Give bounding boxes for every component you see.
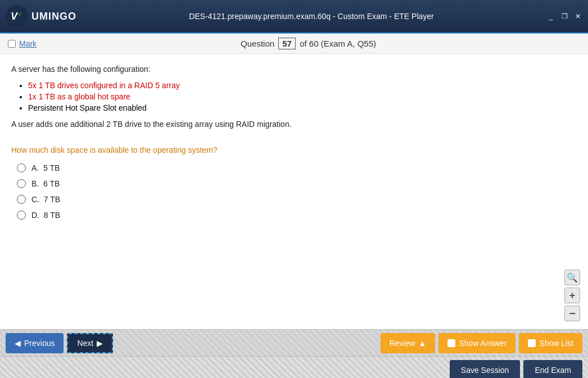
question-intro: A server has the following configuration… xyxy=(11,63,577,75)
question-additional: A user adds one additional 2 TB drive to… xyxy=(11,118,577,130)
review-button[interactable]: Review ▲ xyxy=(381,333,436,353)
show-list-label: Show List xyxy=(539,339,573,348)
show-answer-icon xyxy=(447,339,455,347)
next-button[interactable]: Next ▶ xyxy=(67,333,113,353)
show-list-icon xyxy=(528,339,536,347)
question-number-area: Question 57 of 60 (Exam A, Q55) xyxy=(37,38,580,49)
save-session-button[interactable]: Save Session xyxy=(450,360,521,379)
zoom-in-button[interactable]: + xyxy=(564,288,580,303)
option-d-label: D. 8 TB xyxy=(31,211,60,220)
question-header: Mark Question 57 of 60 (Exam A, Q55) xyxy=(0,34,588,54)
content-area: A server has the following configuration… xyxy=(0,54,588,329)
bullet-highlight-2: 1x 1 TB as a global hot spare xyxy=(28,92,130,101)
mark-checkbox[interactable] xyxy=(8,40,16,48)
logo-text: UMINGO xyxy=(31,11,76,22)
save-session-label: Save Session xyxy=(461,366,509,375)
bullet-text-3: Persistent Hot Spare Slot enabled xyxy=(28,103,147,112)
minimize-button[interactable]: _ xyxy=(546,12,555,20)
question-label: Question xyxy=(241,39,274,48)
radio-d[interactable] xyxy=(17,211,26,220)
next-label: Next xyxy=(77,339,93,348)
restore-button[interactable]: ❐ xyxy=(560,12,569,20)
end-exam-label: End Exam xyxy=(535,366,571,375)
option-d[interactable]: D. 8 TB xyxy=(17,211,577,220)
answer-options: A. 5 TB B. 6 TB C. 7 TB D. 8 TB xyxy=(17,163,577,220)
next-arrow-icon: ▶ xyxy=(97,339,103,348)
close-button[interactable]: ✕ xyxy=(573,12,582,20)
previous-label: Previous xyxy=(24,339,55,348)
bullet-list: 5x 1 TB drives configured in a RAID 5 ar… xyxy=(28,81,577,112)
question-prompt: How much disk space is available to the … xyxy=(11,145,577,154)
option-c-label: C. 7 TB xyxy=(31,195,60,204)
bottom-nav: ◀ Previous Next ▶ Review ▲ Show Answer S… xyxy=(0,329,588,356)
title-bar: V ✓ UMINGO DES-4121.prepaway.premium.exa… xyxy=(0,0,588,34)
show-answer-button[interactable]: Show Answer xyxy=(438,333,515,353)
end-exam-button[interactable]: End Exam xyxy=(523,360,582,379)
bullet-item-1: 5x 1 TB drives configured in a RAID 5 ar… xyxy=(28,81,577,90)
option-b-label: B. 6 TB xyxy=(31,179,60,188)
radio-c[interactable] xyxy=(17,195,26,204)
zoom-controls: 🔍 + − xyxy=(564,270,580,321)
option-a[interactable]: A. 5 TB xyxy=(17,163,577,172)
zoom-out-button[interactable]: − xyxy=(564,306,580,321)
option-c[interactable]: C. 7 TB xyxy=(17,195,577,204)
window-controls: _ ❐ ✕ xyxy=(546,12,582,20)
prev-arrow-icon: ◀ xyxy=(15,339,21,348)
bottom-actions: Save Session End Exam xyxy=(0,356,588,378)
review-label: Review xyxy=(390,339,415,348)
show-list-button[interactable]: Show List xyxy=(519,333,582,353)
bullet-highlight-1: 5x 1 TB drives configured in a RAID 5 ar… xyxy=(28,81,180,90)
bullet-item-3: Persistent Hot Spare Slot enabled xyxy=(28,103,577,112)
mark-label[interactable]: Mark xyxy=(19,39,37,48)
logo-area: V ✓ UMINGO xyxy=(6,5,76,28)
previous-button[interactable]: ◀ Previous xyxy=(6,333,64,353)
option-b[interactable]: B. 6 TB xyxy=(17,179,577,188)
show-answer-label: Show Answer xyxy=(459,339,506,348)
question-of-total: of 60 (Exam A, Q55) xyxy=(300,39,376,48)
option-a-label: A. 5 TB xyxy=(31,163,60,172)
radio-a[interactable] xyxy=(17,163,26,172)
search-icon[interactable]: 🔍 xyxy=(564,270,580,285)
radio-b[interactable] xyxy=(17,179,26,188)
bullet-item-2: 1x 1 TB as a global hot spare xyxy=(28,92,577,101)
app-title: DES-4121.prepaway.premium.exam.60q - Cus… xyxy=(76,12,546,21)
question-num-box: 57 xyxy=(278,38,296,49)
review-arrow-icon: ▲ xyxy=(419,339,427,348)
logo-icon: V ✓ xyxy=(6,5,28,28)
